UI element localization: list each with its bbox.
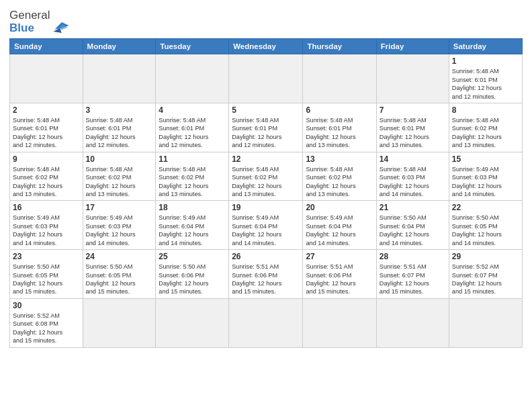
calendar-cell [156,298,229,347]
day-number: 26 [232,252,300,261]
day-number: 10 [86,154,153,164]
calendar-week-3: 16Sunrise: 5:49 AM Sunset: 6:03 PM Dayli… [10,201,523,250]
calendar-cell [156,54,229,103]
day-number: 28 [380,252,446,261]
calendar-cell: 9Sunrise: 5:48 AM Sunset: 6:02 PM Daylig… [10,152,83,201]
day-number: 24 [86,252,153,261]
day-info: Sunrise: 5:49 AM Sunset: 6:04 PM Dayligh… [306,214,373,247]
day-info: Sunrise: 5:48 AM Sunset: 6:02 PM Dayligh… [232,165,300,199]
day-info: Sunrise: 5:52 AM Sunset: 6:07 PM Dayligh… [452,263,519,296]
calendar-cell: 12Sunrise: 5:48 AM Sunset: 6:02 PM Dayli… [229,152,303,201]
day-info: Sunrise: 5:48 AM Sunset: 6:02 PM Dayligh… [86,165,153,199]
calendar-week-0: 1Sunrise: 5:48 AM Sunset: 6:01 PM Daylig… [10,54,523,103]
day-info: Sunrise: 5:49 AM Sunset: 6:04 PM Dayligh… [159,214,226,247]
day-info: Sunrise: 5:49 AM Sunset: 6:04 PM Dayligh… [232,214,300,247]
day-number: 14 [380,154,446,164]
day-info: Sunrise: 5:48 AM Sunset: 6:01 PM Dayligh… [380,116,446,150]
calendar-cell: 20Sunrise: 5:49 AM Sunset: 6:04 PM Dayli… [303,201,376,250]
day-number: 2 [13,105,80,115]
calendar-cell: 23Sunrise: 5:50 AM Sunset: 6:05 PM Dayli… [10,250,83,299]
calendar-cell: 6Sunrise: 5:48 AM Sunset: 6:01 PM Daylig… [303,103,376,152]
calendar-cell: 22Sunrise: 5:50 AM Sunset: 6:05 PM Dayli… [449,201,522,250]
day-info: Sunrise: 5:48 AM Sunset: 6:02 PM Dayligh… [306,165,373,199]
day-number: 21 [380,203,446,212]
calendar-cell: 15Sunrise: 5:49 AM Sunset: 6:03 PM Dayli… [449,152,522,201]
calendar-cell [10,54,83,103]
day-number: 3 [86,105,153,115]
day-info: Sunrise: 5:48 AM Sunset: 6:01 PM Dayligh… [232,116,300,150]
calendar-cell: 18Sunrise: 5:49 AM Sunset: 6:04 PM Dayli… [156,201,229,250]
day-number: 20 [306,203,373,212]
calendar-cell [229,54,303,103]
day-info: Sunrise: 5:48 AM Sunset: 6:02 PM Dayligh… [13,165,80,199]
calendar-cell: 10Sunrise: 5:48 AM Sunset: 6:02 PM Dayli… [83,152,156,201]
weekday-header-row: SundayMondayTuesdayWednesdayThursdayFrid… [10,39,523,54]
day-number: 22 [452,203,519,212]
day-info: Sunrise: 5:50 AM Sunset: 6:05 PM Dayligh… [86,263,153,296]
calendar-week-2: 9Sunrise: 5:48 AM Sunset: 6:02 PM Daylig… [10,152,523,201]
day-info: Sunrise: 5:48 AM Sunset: 6:01 PM Dayligh… [159,116,226,150]
calendar-cell: 21Sunrise: 5:50 AM Sunset: 6:04 PM Dayli… [376,201,449,250]
logo: General Blue [9,9,71,34]
day-number: 12 [232,154,300,164]
calendar-week-1: 2Sunrise: 5:48 AM Sunset: 6:01 PM Daylig… [10,103,523,152]
calendar-cell: 4Sunrise: 5:48 AM Sunset: 6:01 PM Daylig… [156,103,229,152]
weekday-header-wednesday: Wednesday [229,39,303,54]
logo-text: General [9,9,50,22]
day-info: Sunrise: 5:48 AM Sunset: 6:02 PM Dayligh… [159,165,226,199]
calendar-cell [449,298,522,347]
weekday-header-friday: Friday [376,39,449,54]
calendar-cell: 28Sunrise: 5:51 AM Sunset: 6:07 PM Dayli… [376,250,449,299]
day-number: 6 [306,105,373,115]
day-number: 30 [13,301,80,310]
logo-blue-text: Blue [9,22,50,35]
weekday-header-thursday: Thursday [303,39,376,54]
weekday-header-monday: Monday [83,39,156,54]
page: General Blue SundayMondayTuesdayWednesda… [0,0,532,411]
calendar-cell: 30Sunrise: 5:52 AM Sunset: 6:08 PM Dayli… [10,298,83,347]
calendar-cell: 11Sunrise: 5:48 AM Sunset: 6:02 PM Dayli… [156,152,229,201]
day-number: 5 [232,105,300,115]
calendar-cell: 3Sunrise: 5:48 AM Sunset: 6:01 PM Daylig… [83,103,156,152]
calendar-table: SundayMondayTuesdayWednesdayThursdayFrid… [9,38,523,347]
day-number: 29 [452,252,519,261]
calendar-header: SundayMondayTuesdayWednesdayThursdayFrid… [10,39,523,54]
day-info: Sunrise: 5:48 AM Sunset: 6:01 PM Dayligh… [13,116,80,150]
day-number: 7 [380,105,446,115]
calendar-cell: 8Sunrise: 5:48 AM Sunset: 6:02 PM Daylig… [449,103,522,152]
day-number: 8 [452,105,519,115]
header: General Blue [9,7,523,34]
day-number: 19 [232,203,300,212]
day-info: Sunrise: 5:50 AM Sunset: 6:06 PM Dayligh… [159,263,226,296]
calendar-cell: 14Sunrise: 5:48 AM Sunset: 6:03 PM Dayli… [376,152,449,201]
day-info: Sunrise: 5:50 AM Sunset: 6:04 PM Dayligh… [380,214,446,247]
logo-bird-icon [52,19,71,34]
calendar-cell: 2Sunrise: 5:48 AM Sunset: 6:01 PM Daylig… [10,103,83,152]
day-info: Sunrise: 5:51 AM Sunset: 6:06 PM Dayligh… [232,263,300,296]
day-info: Sunrise: 5:51 AM Sunset: 6:07 PM Dayligh… [380,263,446,296]
calendar-week-5: 30Sunrise: 5:52 AM Sunset: 6:08 PM Dayli… [10,298,523,347]
calendar-cell: 19Sunrise: 5:49 AM Sunset: 6:04 PM Dayli… [229,201,303,250]
day-info: Sunrise: 5:48 AM Sunset: 6:02 PM Dayligh… [452,116,519,150]
calendar-cell [376,54,449,103]
day-info: Sunrise: 5:48 AM Sunset: 6:03 PM Dayligh… [380,165,446,199]
weekday-header-tuesday: Tuesday [156,39,229,54]
calendar-cell [303,298,376,347]
day-number: 25 [159,252,226,261]
calendar-cell [303,54,376,103]
day-number: 16 [13,203,80,212]
calendar-cell: 25Sunrise: 5:50 AM Sunset: 6:06 PM Dayli… [156,250,229,299]
day-number: 17 [86,203,153,212]
day-info: Sunrise: 5:49 AM Sunset: 6:03 PM Dayligh… [13,214,80,247]
day-info: Sunrise: 5:52 AM Sunset: 6:08 PM Dayligh… [13,312,80,345]
day-info: Sunrise: 5:49 AM Sunset: 6:03 PM Dayligh… [86,214,153,247]
day-number: 23 [13,252,80,261]
day-info: Sunrise: 5:48 AM Sunset: 6:01 PM Dayligh… [452,67,519,101]
calendar-body: 1Sunrise: 5:48 AM Sunset: 6:01 PM Daylig… [10,54,523,347]
day-number: 1 [452,56,519,66]
calendar-cell: 26Sunrise: 5:51 AM Sunset: 6:06 PM Dayli… [229,250,303,299]
calendar-cell: 24Sunrise: 5:50 AM Sunset: 6:05 PM Dayli… [83,250,156,299]
calendar-cell: 1Sunrise: 5:48 AM Sunset: 6:01 PM Daylig… [449,54,522,103]
day-info: Sunrise: 5:50 AM Sunset: 6:05 PM Dayligh… [452,214,519,247]
calendar-cell [83,54,156,103]
